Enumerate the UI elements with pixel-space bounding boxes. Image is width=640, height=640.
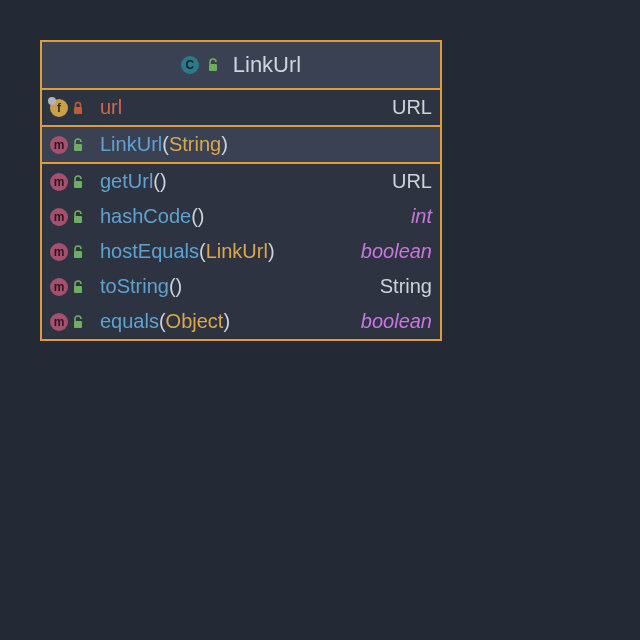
lock-icon	[72, 175, 84, 189]
method-row: mtoString()String	[42, 269, 440, 304]
method-signature: equals(Object)	[100, 310, 355, 333]
svg-rect-4	[74, 216, 82, 223]
member-icons: m	[50, 136, 94, 154]
return-type: URL	[392, 96, 432, 119]
lock-icon	[72, 245, 84, 259]
member-icons: m	[50, 313, 94, 331]
method-icon: m	[50, 278, 68, 296]
constructors-section: mLinkUrl(String)	[42, 127, 440, 164]
svg-rect-3	[74, 181, 82, 188]
member-icons: m	[50, 278, 94, 296]
method-signature: getUrl()	[100, 170, 386, 193]
lock-icon	[72, 210, 84, 224]
svg-rect-1	[74, 107, 82, 114]
field-row: furlURL	[42, 90, 440, 125]
svg-rect-5	[74, 251, 82, 258]
method-icon: m	[50, 313, 68, 331]
method-signature: toString()	[100, 275, 374, 298]
class-name: LinkUrl	[233, 52, 301, 78]
method-icon: m	[50, 173, 68, 191]
lock-icon	[72, 101, 84, 115]
lock-icon	[72, 280, 84, 294]
fields-section: furlURL	[42, 90, 440, 127]
methods-section: mgetUrl()URLmhashCode()intmhostEquals(Li…	[42, 164, 440, 339]
return-type: int	[411, 205, 432, 228]
method-icon: m	[50, 243, 68, 261]
uml-class-box: C LinkUrl furlURL mLinkUrl(String) mgetU…	[40, 40, 442, 341]
svg-rect-0	[209, 64, 217, 71]
lock-icon	[72, 138, 84, 152]
member-icons: f	[50, 99, 94, 117]
svg-rect-7	[74, 321, 82, 328]
return-type: String	[380, 275, 432, 298]
field-icon: f	[50, 99, 68, 117]
return-type: boolean	[361, 310, 432, 333]
return-type: URL	[392, 170, 432, 193]
return-type: boolean	[361, 240, 432, 263]
lock-icon	[207, 58, 219, 72]
method-row: mhostEquals(LinkUrl)boolean	[42, 234, 440, 269]
uml-class-header: C LinkUrl	[42, 42, 440, 90]
lock-icon	[72, 315, 84, 329]
svg-rect-2	[74, 144, 82, 151]
member-icons: m	[50, 208, 94, 226]
method-row: mLinkUrl(String)	[42, 127, 440, 162]
field-name: url	[100, 96, 386, 119]
member-icons: m	[50, 243, 94, 261]
method-icon: m	[50, 208, 68, 226]
method-row: mgetUrl()URL	[42, 164, 440, 199]
member-icons: m	[50, 173, 94, 191]
method-row: mhashCode()int	[42, 199, 440, 234]
method-signature: hashCode()	[100, 205, 405, 228]
method-signature: hostEquals(LinkUrl)	[100, 240, 355, 263]
method-signature: LinkUrl(String)	[100, 133, 426, 156]
method-row: mequals(Object)boolean	[42, 304, 440, 339]
method-icon: m	[50, 136, 68, 154]
class-icon: C	[181, 56, 199, 74]
svg-rect-6	[74, 286, 82, 293]
